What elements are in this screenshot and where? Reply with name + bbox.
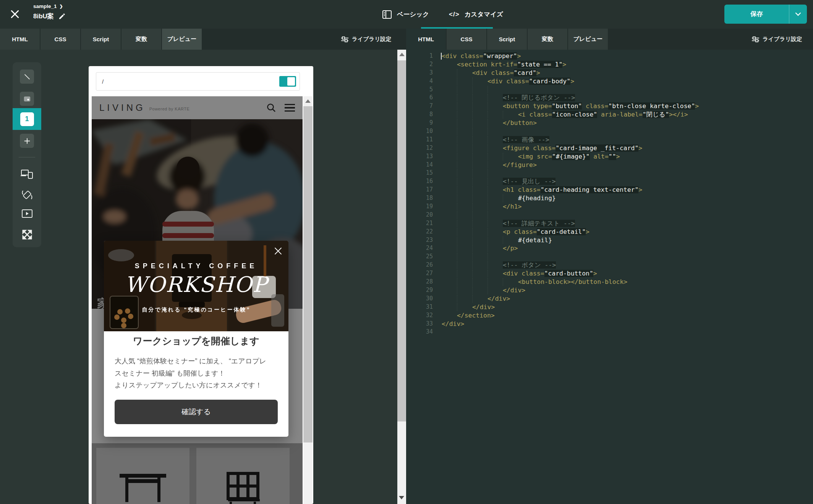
preview-toggle[interactable] bbox=[279, 76, 296, 87]
state-1-number: 1 bbox=[20, 112, 34, 126]
line-number: 15 bbox=[406, 169, 438, 177]
indent-guide bbox=[487, 245, 488, 252]
indent-guide bbox=[457, 261, 457, 269]
save-dropdown-button[interactable] bbox=[789, 5, 807, 24]
tab-basic[interactable]: ベーシック bbox=[382, 10, 429, 19]
indent-guide bbox=[457, 161, 457, 169]
indent-guide bbox=[457, 153, 457, 160]
indent-guide bbox=[457, 102, 457, 110]
code-token: #{detail} bbox=[518, 237, 552, 244]
code-line: 17<h1 class="card-heading text-center"> bbox=[406, 186, 813, 194]
workspace-scrollbar[interactable] bbox=[397, 50, 406, 504]
indent-guide bbox=[503, 153, 503, 160]
workspace-scrollbar-thumb[interactable] bbox=[397, 60, 406, 421]
left-tab-preview[interactable]: プレビュー bbox=[162, 29, 202, 50]
code-line: 15 bbox=[406, 169, 813, 177]
breadcrumb: sample_1 ❯ 8ibU案 bbox=[33, 3, 65, 21]
code-line: 28<button-block></button-block> bbox=[406, 278, 813, 286]
edit-pencil-icon[interactable] bbox=[58, 13, 65, 20]
left-tab-css[interactable]: CSS bbox=[40, 29, 80, 50]
left-library-settings[interactable]: ライブラリ設定 bbox=[341, 29, 391, 50]
right-tab-css[interactable]: CSS bbox=[447, 29, 486, 50]
scroll-down-icon[interactable] bbox=[399, 496, 404, 499]
code-token: </div> bbox=[487, 295, 510, 302]
state-line-button[interactable] bbox=[20, 70, 34, 84]
right-tab-html[interactable]: HTML bbox=[406, 29, 446, 50]
indent-guide bbox=[487, 94, 488, 102]
line-number: 31 bbox=[406, 303, 438, 311]
indent-guide bbox=[457, 295, 457, 303]
indent-guide bbox=[472, 261, 473, 269]
html-code-editor[interactable]: 1<div class="wrapper">2<section krt-if="… bbox=[406, 50, 813, 504]
modal-body: 大人気 “焙煎体験セミナー” に加え、 “エアロプレ スセミナー 初級編” も開… bbox=[115, 355, 278, 392]
code-token: > bbox=[517, 52, 521, 60]
indent-guide bbox=[503, 111, 503, 118]
left-tab-script[interactable]: Script bbox=[81, 29, 121, 50]
modal-title: WORKSHOP bbox=[104, 272, 288, 297]
karte-editor: { "colors": { "accent": "#13A3A0", "tool… bbox=[0, 0, 813, 504]
code-line: 9</button> bbox=[406, 119, 813, 127]
code-token: > bbox=[536, 69, 540, 76]
save-button[interactable]: 保存 bbox=[724, 5, 789, 24]
state-1-selected[interactable]: 1 bbox=[13, 108, 41, 130]
line-number: 5 bbox=[406, 86, 438, 94]
rotate-device-button[interactable] bbox=[13, 188, 41, 201]
scroll-up-icon[interactable] bbox=[399, 53, 405, 56]
state-popup-button[interactable] bbox=[20, 92, 34, 106]
code-token: > bbox=[616, 153, 620, 160]
modal-close-button[interactable] bbox=[274, 246, 283, 256]
url-input[interactable] bbox=[97, 73, 271, 89]
device-preview-button[interactable] bbox=[13, 169, 41, 180]
code-token: <section krt-if= bbox=[457, 61, 517, 68]
indent-guide bbox=[472, 102, 473, 110]
right-tab-script[interactable]: Script bbox=[487, 29, 527, 50]
right-tab-preview[interactable]: プレビュー bbox=[568, 29, 608, 50]
indent-guide bbox=[503, 237, 503, 244]
add-state-button[interactable] bbox=[20, 134, 34, 148]
modal-subtitle: 自分で淹れる “究極のコーヒー体験” bbox=[104, 306, 288, 313]
code-token: "btn-close karte-close" bbox=[608, 102, 695, 110]
left-tab-variables[interactable]: 変数 bbox=[121, 29, 161, 50]
indent-guide bbox=[472, 136, 473, 144]
fullscreen-button[interactable] bbox=[13, 229, 41, 240]
video-preview-button[interactable] bbox=[13, 209, 41, 219]
code-token: </div> bbox=[503, 287, 525, 294]
code-token: "card-image _fit-card" bbox=[555, 144, 638, 152]
line-number: 6 bbox=[406, 94, 438, 102]
left-tab-html[interactable]: HTML bbox=[0, 29, 40, 50]
code-token: > bbox=[562, 61, 566, 68]
right-tab-variables[interactable]: 変数 bbox=[528, 29, 567, 50]
line-number: 9 bbox=[406, 119, 438, 127]
right-library-settings[interactable]: ライブラリ設定 bbox=[752, 29, 802, 50]
phone-scrollbar[interactable] bbox=[303, 96, 313, 504]
code-token: class= bbox=[582, 102, 608, 110]
code-token: </h1> bbox=[503, 203, 521, 210]
tab-customize[interactable]: </> カスタマイズ bbox=[449, 10, 503, 19]
line-number: 11 bbox=[406, 136, 438, 144]
phone-scrollbar-thumb[interactable] bbox=[303, 106, 313, 442]
page-title: 8ibU案 bbox=[33, 12, 54, 21]
scroll-up-icon[interactable] bbox=[305, 99, 311, 103]
code-token: <button-block></button-block> bbox=[518, 278, 627, 285]
line-number: 19 bbox=[406, 203, 438, 211]
indent-guide bbox=[472, 94, 473, 102]
code-token: "card-button" bbox=[544, 270, 593, 277]
breadcrumb-parent[interactable]: sample_1 bbox=[33, 3, 57, 9]
indent-guide bbox=[472, 253, 473, 261]
line-number: 33 bbox=[406, 320, 438, 328]
toolbar-divider bbox=[19, 157, 35, 157]
indent-guide bbox=[503, 278, 503, 286]
code-line: 11<!-- 画像 --> bbox=[406, 136, 813, 144]
code-token: <div class= bbox=[472, 69, 514, 76]
confirm-button[interactable]: 確認する bbox=[115, 400, 278, 424]
phone-viewport: LIVING Powered by KARTE bbox=[92, 96, 303, 504]
indent-guide bbox=[472, 203, 473, 211]
line-number: 16 bbox=[406, 177, 438, 186]
indent-guide bbox=[457, 237, 457, 244]
indent-guide bbox=[472, 220, 473, 227]
line-number: 3 bbox=[406, 69, 438, 77]
state-toolbar: 1 bbox=[13, 62, 41, 247]
indent-guide bbox=[457, 111, 457, 118]
close-editor-button[interactable] bbox=[9, 8, 21, 20]
code-line: 21<!-- 詳細テキスト --> bbox=[406, 219, 813, 228]
